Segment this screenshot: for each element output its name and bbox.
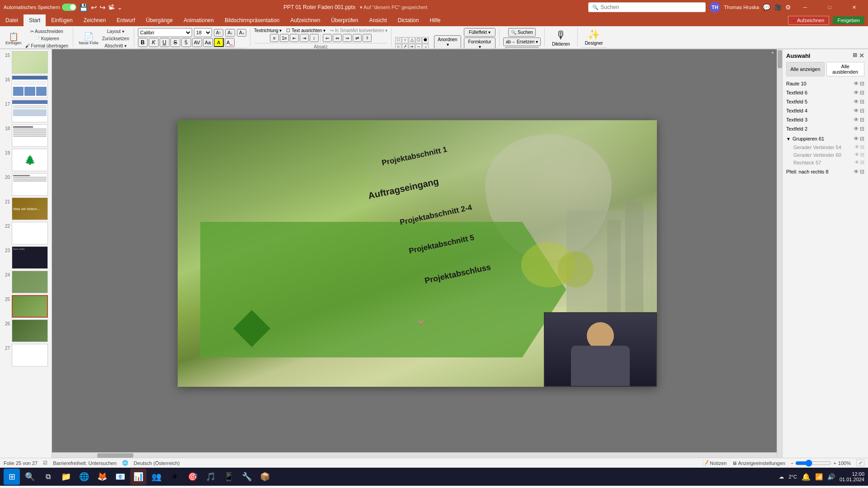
slide-thumb-16[interactable]: 16 [2,75,50,98]
font-size-select[interactable]: 18 [194,28,212,37]
lock-r57[interactable]: ⊟ [860,160,864,165]
panel-item-textfeld3[interactable]: Textfeld 3 👁 ⊟ [783,115,868,124]
slide-thumb-15[interactable]: 15 [2,51,50,74]
app1-button[interactable]: 🎯 [184,469,201,485]
panel-item-textfeld2[interactable]: Textfeld 2 👁 ⊟ [783,124,868,133]
char-spacing-button[interactable]: AV [192,38,202,47]
tab-bildschirm[interactable]: Bildschirmpräsentation [219,14,285,26]
lock-icon-tf5[interactable]: ⊟ [860,99,864,105]
format-transfer-button[interactable]: 🖌 Format übertragen [24,42,70,49]
language-status[interactable]: Deutsch (Österreich) [134,460,179,466]
list-number-button[interactable]: 1≡ [280,34,289,42]
visibility-icon-tf4[interactable]: 👁 [854,108,859,114]
tab-start[interactable]: Start [24,14,46,26]
outlook-button[interactable]: 📧 [112,469,128,485]
app5-button[interactable]: 📦 [257,469,273,485]
maximize-button[interactable]: □ [819,0,840,14]
canvas-area[interactable]: ⌃ Projektabschnitt 1 [52,49,782,458]
font-increase-button[interactable]: A↑ [214,29,224,37]
lock-v54[interactable]: ⊟ [860,144,864,150]
app4-button[interactable]: 🔧 [239,469,255,485]
tab-aufzeichnen[interactable]: Aufzeichnen [285,14,326,26]
search-button[interactable]: 🔍 Suchen [508,28,536,37]
slide-thumb-23[interactable]: 23 dark slide [2,246,50,269]
display-settings-button[interactable]: 🖥 Anzeigeeinstellungen [732,460,785,466]
panel-item-raute10[interactable]: Raute 10 👁 ⊟ [783,79,868,88]
teams-button[interactable]: 👥 [148,469,165,485]
slide-thumb-24[interactable]: 24 [2,271,50,293]
slide-thumb-20[interactable]: 20 [2,173,50,196]
tab-hilfe[interactable]: Hilfe [424,14,446,26]
indent-more-button[interactable]: ⇥ [300,34,309,42]
lock-icon-tf4[interactable]: ⊟ [860,108,864,114]
bold-button[interactable]: B [138,38,148,47]
vis-v60[interactable]: 👁 [854,152,859,158]
visibility-icon-tf5[interactable]: 👁 [854,99,859,105]
tab-dictation[interactable]: Dictation [392,14,425,26]
indent-less-button[interactable]: ⇤ [290,34,299,42]
slide-thumb-22[interactable]: 22 [2,222,50,244]
align-left-button[interactable]: ⇐ [323,34,332,42]
telegram-button[interactable]: ✈ [166,469,183,485]
collapse-ribbon-button[interactable]: ⌃ [770,51,775,57]
clock[interactable]: 12:00 01.01.2024 [840,471,864,482]
lock-icon-tf3[interactable]: ⊟ [860,117,864,123]
designer-button[interactable]: ✨ Designer [581,28,607,47]
volume-icon[interactable]: 🔊 [827,473,835,480]
autosave-switch[interactable] [62,4,76,11]
hide-all-button[interactable]: Alle ausblenden [826,62,865,76]
horizontal-scrollbar[interactable] [52,452,777,458]
start-button[interactable]: ⊞ [4,469,20,485]
lock-v60[interactable]: ⊟ [860,152,864,158]
tab-datei[interactable]: Datei [0,14,24,26]
tab-animationen[interactable]: Animationen [178,14,219,26]
panel-item-verbinder54[interactable]: Gerader Verbinder 54 👁 ⊟ [793,143,864,151]
firefox-button[interactable]: 🦊 [94,469,110,485]
vertical-scrollbar[interactable] [777,49,782,458]
tab-ueberpruefen[interactable]: Überprüfen [326,14,363,26]
cut-button[interactable]: ✂ Ausschneiden [24,28,70,35]
tab-einfuegen[interactable]: Einfügen [46,14,78,26]
shadow-button[interactable]: S̈ [181,38,191,47]
tab-zeichnen[interactable]: Zeichnen [78,14,111,26]
taskview-button[interactable]: ⧉ [40,469,56,485]
vis-v54[interactable]: 👁 [854,144,859,150]
font-decrease-button[interactable]: A↓ [225,29,235,37]
visibility-icon-tf2[interactable]: 👁 [854,126,859,132]
tab-entwurf[interactable]: Entwurf [111,14,141,26]
present-btn[interactable]: 🎥 [774,4,782,11]
search-input[interactable] [600,4,702,10]
browser-button[interactable]: 🌐 [76,469,92,485]
panel-item-textfeld4[interactable]: Textfeld 4 👁 ⊟ [783,106,868,115]
slide-thumb-17[interactable]: 17 [2,100,50,122]
redo-icon[interactable]: ↪ [99,3,105,12]
slide-thumb-21[interactable]: 21 Was wir futtern... [2,197,50,220]
section-button[interactable]: Abschnitt ▾ [101,42,130,49]
font-size-input-small[interactable]: Aa [203,38,213,47]
copy-button[interactable]: 📄 Kopieren [24,35,70,42]
visibility-icon-tf3[interactable]: 👁 [854,117,859,123]
diktieren-button[interactable]: 🎙 Diktieren [548,28,573,47]
app2-button[interactable]: 🎵 [203,469,219,485]
outline-button[interactable]: Formkontur ▾ [464,38,495,49]
list-bullet-button[interactable]: ≡ [270,34,279,42]
slide-thumb-19[interactable]: 19 🌲 [2,149,50,171]
visibility-icon-tf6[interactable]: 👁 [854,89,859,96]
system-tray[interactable]: 🔔 [802,473,811,481]
justify-button[interactable]: ⇌ [353,34,362,42]
text-highlight-button[interactable]: A [214,38,224,47]
align-center-button[interactable]: ⇔ [333,34,342,42]
fill-button[interactable]: Fülleffekt ▾ [464,28,495,37]
replace-button[interactable]: ab→ Ersetzen ▾ [503,38,541,46]
panel-item-verbinder60[interactable]: Gerader Verbinder 60 👁 ⊟ [793,151,864,159]
powerpoint-button[interactable]: 📊 [130,469,146,485]
comments-icon[interactable]: 💬 [763,4,770,11]
save-icon[interactable]: 💾 [79,3,88,12]
zoom-out-icon[interactable]: − [791,460,793,466]
columns-button[interactable]: ⫴ [363,34,372,42]
lock-icon-g61[interactable]: ⊟ [860,136,864,142]
search-taskbar-button[interactable]: 🔍 [22,469,38,485]
lock-icon-raute10[interactable]: ⊟ [860,80,864,87]
slide-thumb-18[interactable]: 18 [2,124,50,147]
lock-icon-tf6[interactable]: ⊟ [860,89,864,96]
